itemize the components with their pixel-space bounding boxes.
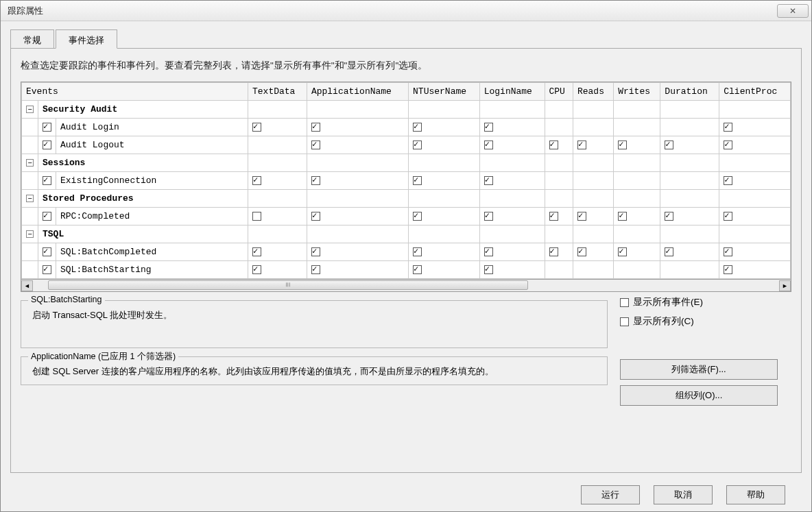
event-enable-checkbox[interactable]: [38, 261, 56, 279]
column-checkbox-cell[interactable]: [409, 136, 480, 154]
column-checkbox-cell[interactable]: [660, 172, 719, 190]
event-enable-checkbox[interactable]: [38, 119, 56, 136]
column-checkbox-cell[interactable]: [614, 261, 660, 279]
column-checkbox-cell[interactable]: [573, 243, 613, 261]
column-checkbox-cell[interactable]: [248, 243, 307, 261]
event-name: Audit Logout: [56, 136, 248, 154]
column-checkbox-cell[interactable]: [719, 119, 791, 136]
trace-properties-dialog: 跟踪属性 ✕ 常规 事件选择 检查选定要跟踪的事件和事件列。要查看完整列表，请选…: [0, 0, 812, 512]
column-checkbox-cell[interactable]: [719, 136, 791, 154]
column-checkbox-cell[interactable]: [660, 243, 719, 261]
column-checkbox-cell[interactable]: [248, 136, 307, 154]
column-checkbox-cell[interactable]: [248, 261, 307, 279]
run-button[interactable]: 运行: [581, 485, 640, 504]
group-expander[interactable]: −: [22, 190, 38, 208]
column-checkbox-cell[interactable]: [660, 136, 719, 154]
column-checkbox-cell[interactable]: [573, 172, 613, 190]
column-checkbox-cell[interactable]: [248, 208, 307, 225]
group-label: Security Audit: [38, 101, 248, 119]
tab-events-selection[interactable]: 事件选择: [56, 29, 117, 49]
column-header[interactable]: NTUserName: [409, 83, 480, 101]
column-header[interactable]: Duration: [660, 83, 719, 101]
show-all-columns-checkbox[interactable]: 显示所有列(C): [620, 315, 791, 328]
column-checkbox-cell[interactable]: [719, 261, 791, 279]
organize-columns-button[interactable]: 组织列(O)...: [620, 385, 778, 406]
column-description-legend: ApplicationName (已应用 1 个筛选器): [28, 351, 178, 363]
event-enable-checkbox[interactable]: [38, 172, 56, 190]
column-checkbox-cell[interactable]: [248, 172, 307, 190]
column-checkbox-cell[interactable]: [545, 136, 573, 154]
column-header-events[interactable]: Events: [22, 83, 248, 101]
tab-body: 检查选定要跟踪的事件和事件列。要查看完整列表，请选择"显示所有事件"和"显示所有…: [10, 48, 802, 473]
column-checkbox-cell[interactable]: [409, 261, 480, 279]
column-checkbox-cell[interactable]: [545, 261, 573, 279]
column-filter-button[interactable]: 列筛选器(F)...: [620, 359, 778, 380]
event-enable-checkbox[interactable]: [38, 243, 56, 261]
column-checkbox-cell[interactable]: [573, 136, 613, 154]
column-header[interactable]: CPU: [545, 83, 573, 101]
event-enable-checkbox[interactable]: [38, 136, 56, 154]
column-checkbox-cell[interactable]: [248, 119, 307, 136]
column-checkbox-cell[interactable]: [479, 261, 545, 279]
column-checkbox-cell[interactable]: [614, 208, 660, 225]
column-header[interactable]: Reads: [573, 83, 613, 101]
help-button[interactable]: 帮助: [726, 485, 785, 504]
column-header[interactable]: ClientProc: [719, 83, 791, 101]
column-header[interactable]: Writes: [614, 83, 660, 101]
column-checkbox-cell[interactable]: [307, 208, 408, 225]
column-checkbox-cell[interactable]: [719, 172, 791, 190]
close-button[interactable]: ✕: [777, 4, 809, 18]
group-expander[interactable]: −: [22, 101, 38, 119]
column-checkbox-cell[interactable]: [479, 136, 545, 154]
event-name: Audit Login: [56, 119, 248, 136]
column-header[interactable]: TextData: [248, 83, 307, 101]
description-row-2: ApplicationName (已应用 1 个筛选器) 创建 SQL Serv…: [21, 348, 791, 406]
column-header[interactable]: LoginName: [479, 83, 545, 101]
column-checkbox-cell[interactable]: [307, 172, 408, 190]
horizontal-scrollbar[interactable]: ◄ ►: [21, 280, 791, 292]
column-checkbox-cell[interactable]: [614, 243, 660, 261]
column-checkbox-cell[interactable]: [409, 243, 480, 261]
column-checkbox-cell[interactable]: [307, 136, 408, 154]
column-checkbox-cell[interactable]: [409, 172, 480, 190]
group-label: Stored Procedures: [38, 190, 248, 208]
column-checkbox-cell[interactable]: [479, 119, 545, 136]
event-enable-checkbox[interactable]: [38, 208, 56, 225]
column-checkbox-cell[interactable]: [409, 208, 480, 225]
column-checkbox-cell[interactable]: [307, 119, 408, 136]
column-checkbox-cell[interactable]: [545, 243, 573, 261]
column-checkbox-cell[interactable]: [545, 119, 573, 136]
column-checkbox-cell[interactable]: [719, 208, 791, 225]
column-checkbox-cell[interactable]: [307, 261, 408, 279]
scroll-left-arrow[interactable]: ◄: [21, 280, 33, 291]
column-checkbox-cell[interactable]: [479, 208, 545, 225]
action-buttons-column: 列筛选器(F)... 组织列(O)...: [620, 348, 791, 406]
column-checkbox-cell[interactable]: [660, 261, 719, 279]
column-checkbox-cell[interactable]: [545, 172, 573, 190]
content-area: 常规 事件选择 检查选定要跟踪的事件和事件列。要查看完整列表，请选择"显示所有事…: [1, 21, 811, 511]
cancel-button[interactable]: 取消: [654, 485, 713, 504]
column-checkbox-cell[interactable]: [545, 208, 573, 225]
column-checkbox-cell[interactable]: [307, 243, 408, 261]
group-expander[interactable]: −: [22, 225, 38, 243]
group-expander[interactable]: −: [22, 154, 38, 172]
column-checkbox-cell[interactable]: [719, 243, 791, 261]
scroll-track[interactable]: [33, 280, 779, 291]
show-all-events-checkbox[interactable]: 显示所有事件(E): [620, 296, 791, 308]
column-checkbox-cell[interactable]: [660, 119, 719, 136]
column-checkbox-cell[interactable]: [614, 136, 660, 154]
column-header[interactable]: ApplicationName: [307, 83, 408, 101]
column-checkbox-cell[interactable]: [660, 208, 719, 225]
scroll-right-arrow[interactable]: ►: [779, 280, 791, 291]
event-row: RPC:Completed: [22, 208, 791, 225]
column-checkbox-cell[interactable]: [409, 119, 480, 136]
tab-general[interactable]: 常规: [10, 29, 54, 49]
column-checkbox-cell[interactable]: [573, 208, 613, 225]
column-checkbox-cell[interactable]: [573, 119, 613, 136]
column-checkbox-cell[interactable]: [614, 172, 660, 190]
column-checkbox-cell[interactable]: [479, 172, 545, 190]
column-checkbox-cell[interactable]: [479, 243, 545, 261]
column-checkbox-cell[interactable]: [573, 261, 613, 279]
column-checkbox-cell[interactable]: [614, 119, 660, 136]
scroll-thumb[interactable]: [48, 280, 528, 290]
